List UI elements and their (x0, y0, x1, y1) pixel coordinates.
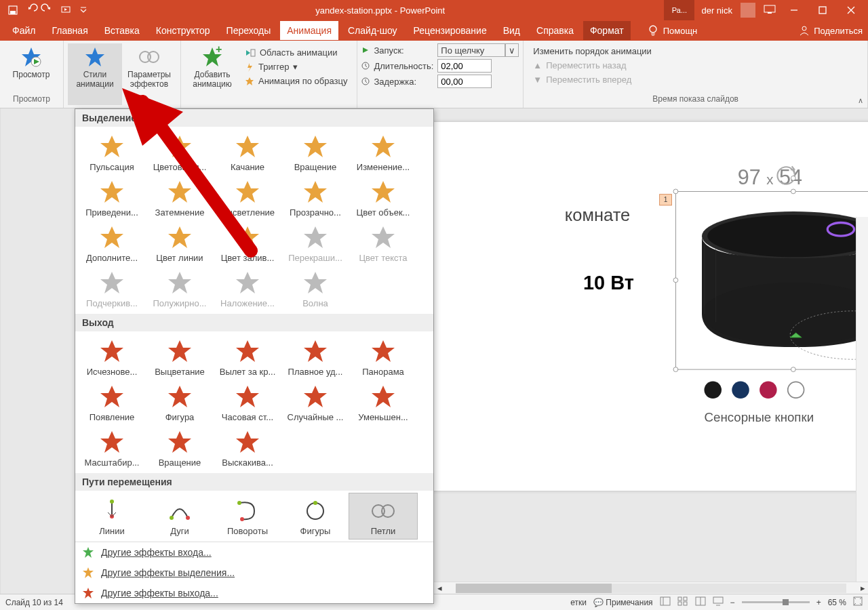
share-button[interactable]: Поделиться (799, 25, 863, 36)
color-dot-0[interactable] (705, 382, 722, 399)
gallery-item[interactable]: Часовая ст... (214, 380, 281, 425)
gallery-item[interactable]: Масштабир... (78, 425, 146, 470)
start-from-beginning-icon[interactable] (60, 4, 72, 16)
gallery-item[interactable]: Затемнение (146, 175, 214, 220)
animation-pane-button[interactable]: Область анимации (245, 46, 347, 59)
save-icon[interactable] (7, 4, 19, 16)
gallery-item[interactable]: Прозрачно... (281, 175, 349, 220)
svg-text:+: + (216, 43, 222, 55)
menu-home[interactable]: Главная (45, 21, 94, 40)
gallery-item[interactable]: Линии (78, 493, 146, 539)
status-slide-number: Слайд 10 из 14 (5, 598, 63, 607)
gallery-item[interactable]: Цвет залив... (214, 220, 281, 266)
gallery-item[interactable]: Вращение (281, 129, 349, 175)
effect-options-icon (138, 46, 160, 68)
undo-icon[interactable] (24, 4, 37, 16)
gallery-item[interactable]: Исчезнове... (78, 334, 146, 380)
gallery-item[interactable]: Панорама (349, 334, 417, 380)
more-emphasis-effects[interactable]: Другие эффекты выделения... (75, 563, 433, 583)
animation-order-tag[interactable]: 1 (659, 194, 672, 205)
gallery-item[interactable]: Плавное уд... (281, 334, 349, 380)
menu-help[interactable]: Справка (530, 21, 580, 40)
tell-me[interactable]: Помощн (647, 24, 698, 37)
qat-customize-icon[interactable] (77, 4, 90, 16)
gallery-item[interactable]: Цвет линии (146, 220, 214, 266)
horizontal-scrollbar[interactable]: ◂▸ (434, 582, 868, 594)
comments-button[interactable]: 💬 Примечания (593, 598, 653, 607)
view-reading-icon[interactable] (695, 596, 706, 608)
menu-view[interactable]: Вид (496, 21, 527, 40)
gallery-item[interactable]: Цвет объек... (349, 175, 417, 220)
color-dot-2[interactable] (760, 382, 777, 399)
more-exit-effects[interactable]: Другие эффекты выхода... (75, 583, 433, 603)
ribbon-display-icon[interactable] (764, 5, 776, 16)
gallery-item[interactable]: Появление (78, 380, 146, 425)
effect-options-button[interactable]: Параметры эффектов (122, 43, 176, 105)
delay-input[interactable] (437, 75, 492, 88)
gallery-item[interactable]: Случайные ... (281, 380, 349, 425)
gallery-item[interactable]: Качание (214, 129, 281, 175)
zoom-level[interactable]: 65 % (828, 598, 846, 607)
svg-marker-47 (168, 226, 191, 248)
svg-point-10 (802, 26, 806, 30)
context-tab-tools[interactable]: Ра... (664, 0, 694, 20)
gallery-item[interactable]: Цветовая п... (146, 129, 214, 175)
gallery-item[interactable]: Высветление (214, 175, 281, 220)
maximize-icon[interactable] (812, 6, 833, 14)
zoom-slider[interactable] (742, 601, 810, 603)
more-entrance-effects[interactable]: Другие эффекты входа... (75, 542, 433, 563)
animation-painter-button[interactable]: Анимация по образцу (245, 75, 347, 87)
color-dot-3[interactable] (787, 382, 805, 399)
gallery-item[interactable]: Дополните... (78, 220, 146, 266)
menu-review[interactable]: Рецензирование (407, 21, 494, 40)
close-icon[interactable] (841, 6, 861, 14)
zoom-in-button[interactable]: + (816, 598, 821, 607)
gallery-item[interactable]: Уменьшен... (349, 380, 417, 425)
gallery-item[interactable]: Вращение (146, 425, 214, 470)
menu-format[interactable]: Формат (583, 21, 631, 40)
animation-styles-button[interactable]: Стили анимации (68, 43, 122, 105)
collapse-ribbon-icon[interactable]: ∧ (858, 96, 863, 105)
gallery-item[interactable]: Петли (349, 493, 417, 539)
gallery-item[interactable]: Пульсация (78, 129, 146, 175)
zoom-out-button[interactable]: − (730, 598, 735, 607)
color-dot-1[interactable] (732, 382, 749, 399)
menu-insert[interactable]: Вставка (98, 21, 146, 40)
svg-rect-87 (678, 602, 682, 605)
gallery-item[interactable]: Вылет за кр... (214, 334, 281, 380)
redo-icon[interactable] (42, 4, 54, 16)
menu-animation[interactable]: Анимация (280, 21, 338, 40)
add-animation-button[interactable]: + Добавить анимацию (185, 43, 239, 105)
gallery-item[interactable]: Выскакива... (214, 425, 281, 470)
view-normal-icon[interactable] (660, 596, 671, 608)
duration-input[interactable] (437, 59, 492, 73)
animation-gallery: ВыделениеПульсацияЦветовая п...КачаниеВр… (75, 108, 434, 604)
gallery-item[interactable]: Повороты (214, 493, 281, 539)
gallery-item[interactable]: Фигуры (281, 493, 349, 539)
trigger-button[interactable]: Триггер ▾ (245, 60, 347, 73)
menu-file[interactable]: Файл (5, 21, 42, 40)
user-name[interactable]: der nick (701, 5, 732, 16)
svg-marker-21 (245, 77, 254, 85)
preview-button[interactable]: Просмотр (4, 43, 58, 82)
status-notes-partial[interactable]: етки (570, 598, 587, 607)
user-avatar[interactable] (741, 3, 755, 18)
minimize-icon[interactable] (784, 6, 804, 14)
gallery-item[interactable]: Приведени... (78, 175, 146, 220)
view-slideshow-icon[interactable] (713, 596, 724, 608)
start-combo-dropdown[interactable]: ∨ (505, 43, 519, 57)
svg-point-75 (307, 503, 323, 519)
view-sorter-icon[interactable] (677, 596, 688, 608)
menu-slideshow[interactable]: Слайд-шоу (341, 21, 404, 40)
menu-transitions[interactable]: Переходы (220, 21, 278, 40)
vertical-scrollbar[interactable] (856, 217, 868, 587)
start-combo[interactable]: По щелчку (437, 43, 505, 57)
selection-box[interactable] (675, 191, 868, 370)
fit-to-window-icon[interactable] (853, 596, 863, 608)
gallery-item[interactable]: Фигура (146, 380, 214, 425)
menu-design[interactable]: Конструктор (149, 21, 217, 40)
gallery-item[interactable]: Дуги (146, 493, 214, 539)
svg-point-76 (313, 501, 317, 505)
gallery-item[interactable]: Выцветание (146, 334, 214, 380)
gallery-item[interactable]: Изменение... (349, 129, 417, 175)
